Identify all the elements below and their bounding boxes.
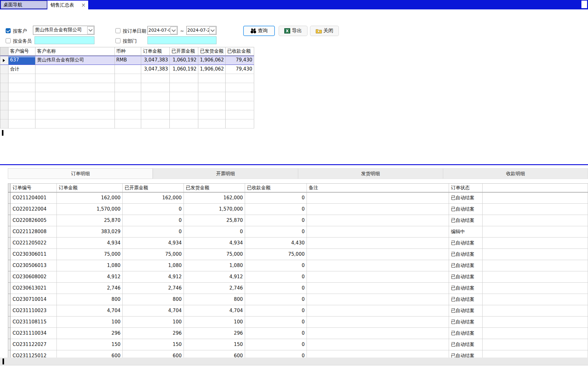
detail-cell-received-amount[interactable]: 0 <box>245 328 307 339</box>
horizontal-scrollbar[interactable] <box>0 358 588 365</box>
by-department-checkbox[interactable] <box>115 38 120 43</box>
detail-cell-order-status[interactable]: 已自动结案 <box>449 192 483 204</box>
detail-row-selector[interactable] <box>8 339 11 350</box>
detail-cell-invoiced-amount[interactable]: 2,746 <box>123 283 184 294</box>
detail-cell-remark[interactable] <box>307 350 449 358</box>
detail-cell-order-status[interactable]: 已自动结案 <box>449 238 483 249</box>
detail-cell-remark[interactable] <box>307 215 449 226</box>
detail-cell-received-amount[interactable]: 0 <box>245 192 307 204</box>
detail-header-order-status[interactable]: 订单状态 <box>449 184 483 192</box>
summary-cell-order-amount[interactable]: 3,047,383 <box>141 56 170 65</box>
detail-cell-order-amount[interactable]: 162,000 <box>57 192 123 204</box>
by-customer-checkbox[interactable] <box>6 28 11 33</box>
summary-header-shipped-amount[interactable]: 已发货金额 <box>198 47 226 56</box>
by-salesperson-checkbox[interactable] <box>6 38 11 43</box>
detail-table-row[interactable]: CO231110023 4,704 4,704 4,704 0 已自动结案 <box>8 305 588 316</box>
detail-cell-order-no[interactable]: CO231110023 <box>11 305 57 316</box>
detail-row-selector[interactable] <box>8 294 11 305</box>
detail-cell-remark[interactable] <box>307 305 449 316</box>
summary-cell-currency[interactable]: RMB <box>115 56 142 65</box>
detail-cell-order-no[interactable]: CO231125012 <box>11 350 57 358</box>
detail-table-row[interactable]: CO231108115 100 100 100 0 已自动结案 <box>8 316 588 328</box>
detail-table-row[interactable]: CO221128008 383,029 0 0 0 编辑中 <box>8 226 588 238</box>
detail-cell-shipped-amount[interactable]: 4,912 <box>184 271 245 283</box>
summary-header-customer-name[interactable]: 客户名称 <box>35 47 115 56</box>
detail-cell-shipped-amount[interactable]: 0 <box>184 226 245 238</box>
detail-cell-remark[interactable] <box>307 249 449 260</box>
detail-cell-order-status[interactable]: 已自动结案 <box>449 283 483 294</box>
detail-cell-shipped-amount[interactable]: 150 <box>184 339 245 350</box>
detail-cell-order-no[interactable]: CO221128008 <box>11 226 57 238</box>
detail-cell-remark[interactable] <box>307 271 449 283</box>
detail-cell-order-amount[interactable]: 2,746 <box>57 283 123 294</box>
date-from-select[interactable]: 2024-07-01 <box>147 26 178 35</box>
detail-cell-order-status[interactable]: 已自动结案 <box>449 204 483 215</box>
detail-header-remark[interactable]: 备注 <box>307 184 449 192</box>
detail-cell-remark[interactable] <box>307 226 449 238</box>
detail-cell-order-status[interactable]: 编辑中 <box>449 226 483 238</box>
detail-cell-order-amount[interactable]: 296 <box>57 328 123 339</box>
detail-cell-order-status[interactable]: 已自动结案 <box>449 350 483 358</box>
tab-order-detail[interactable]: 订单明细 <box>8 168 153 179</box>
detail-row-selector[interactable] <box>8 283 11 294</box>
detail-cell-order-amount[interactable]: 383,029 <box>57 226 123 238</box>
detail-cell-order-status[interactable]: 已自动结案 <box>449 215 483 226</box>
detail-header-order-amount[interactable]: 订单金额 <box>57 184 123 192</box>
summary-cell-received-amount[interactable]: 79,430 <box>226 56 254 65</box>
summary-header-customer-code[interactable]: 客户编号 <box>8 47 35 56</box>
summary-cell-customer-name[interactable]: 黄山伟旦合金有限公司 <box>35 56 115 65</box>
detail-cell-shipped-amount[interactable]: 1,080 <box>184 260 245 271</box>
detail-row-selector[interactable] <box>8 350 11 358</box>
close-button[interactable]: 关闭 <box>310 26 339 36</box>
by-order-date-checkbox[interactable] <box>115 28 120 33</box>
summary-header-received-amount[interactable]: 已收款金额 <box>226 47 254 56</box>
detail-row-selector[interactable] <box>8 226 11 238</box>
detail-cell-received-amount[interactable]: 0 <box>245 339 307 350</box>
detail-cell-invoiced-amount[interactable]: 4,704 <box>123 305 184 316</box>
detail-cell-order-status[interactable]: 已自动结案 <box>449 316 483 328</box>
detail-cell-order-status[interactable]: 已自动结案 <box>449 260 483 271</box>
detail-row-selector[interactable] <box>8 316 11 328</box>
detail-cell-remark[interactable] <box>307 283 449 294</box>
detail-table-row[interactable]: CO230306011 75,000 75,000 75,000 75,000 … <box>8 249 588 260</box>
detail-cell-invoiced-amount[interactable]: 0 <box>123 204 184 215</box>
tab-invoice-detail[interactable]: 开票明细 <box>153 168 298 179</box>
detail-cell-shipped-amount[interactable]: 296 <box>184 328 245 339</box>
detail-cell-received-amount[interactable]: 0 <box>245 350 307 358</box>
detail-cell-order-no[interactable]: CO231110034 <box>11 328 57 339</box>
detail-cell-shipped-amount[interactable]: 4,934 <box>184 238 245 249</box>
detail-cell-order-status[interactable]: 已自动结案 <box>449 339 483 350</box>
detail-cell-order-no[interactable]: CO221205022 <box>11 238 57 249</box>
detail-row-selector[interactable] <box>8 215 11 226</box>
detail-table-row[interactable]: CO230710014 800 800 800 0 已自动结案 <box>8 294 588 305</box>
detail-header-received-amount[interactable]: 已收款金额 <box>245 184 307 192</box>
close-icon[interactable]: × <box>81 3 86 8</box>
detail-cell-received-amount[interactable]: 0 <box>245 305 307 316</box>
detail-cell-order-status[interactable]: 已自动结案 <box>449 328 483 339</box>
detail-cell-order-no[interactable]: CO230608002 <box>11 271 57 283</box>
detail-cell-order-amount[interactable]: 1,080 <box>57 260 123 271</box>
detail-cell-invoiced-amount[interactable]: 296 <box>123 328 184 339</box>
detail-cell-shipped-amount[interactable]: 2,746 <box>184 283 245 294</box>
detail-cell-shipped-amount[interactable]: 75,000 <box>184 249 245 260</box>
detail-cell-order-amount[interactable]: 150 <box>57 339 123 350</box>
detail-cell-order-no[interactable]: CO230306011 <box>11 249 57 260</box>
date-from-dropdown-button[interactable] <box>170 27 177 34</box>
detail-cell-invoiced-amount[interactable]: 600 <box>123 350 184 358</box>
detail-table-row[interactable]: CO221205022 4,934 4,934 4,934 4,430 已自动结… <box>8 238 588 249</box>
detail-cell-invoiced-amount[interactable]: 162,000 <box>123 192 184 204</box>
detail-cell-received-amount[interactable]: 0 <box>245 226 307 238</box>
detail-cell-order-amount[interactable]: 1,570,000 <box>57 204 123 215</box>
detail-cell-shipped-amount[interactable]: 600 <box>184 350 245 358</box>
summary-cell-shipped-amount[interactable]: 1,906,062 <box>198 56 226 65</box>
detail-cell-received-amount[interactable]: 0 <box>245 271 307 283</box>
summary-header-currency[interactable]: 币种 <box>115 47 142 56</box>
detail-row-selector[interactable] <box>8 204 11 215</box>
detail-cell-remark[interactable] <box>307 260 449 271</box>
detail-table-row[interactable]: CO231110034 296 296 296 0 已自动结案 <box>8 328 588 339</box>
detail-row-selector[interactable] <box>8 271 11 283</box>
detail-row-selector[interactable] <box>8 260 11 271</box>
tab-sales-summary[interactable]: 销售汇总表 × <box>47 1 88 9</box>
detail-cell-received-amount[interactable]: 0 <box>245 204 307 215</box>
detail-row-selector[interactable] <box>8 305 11 316</box>
